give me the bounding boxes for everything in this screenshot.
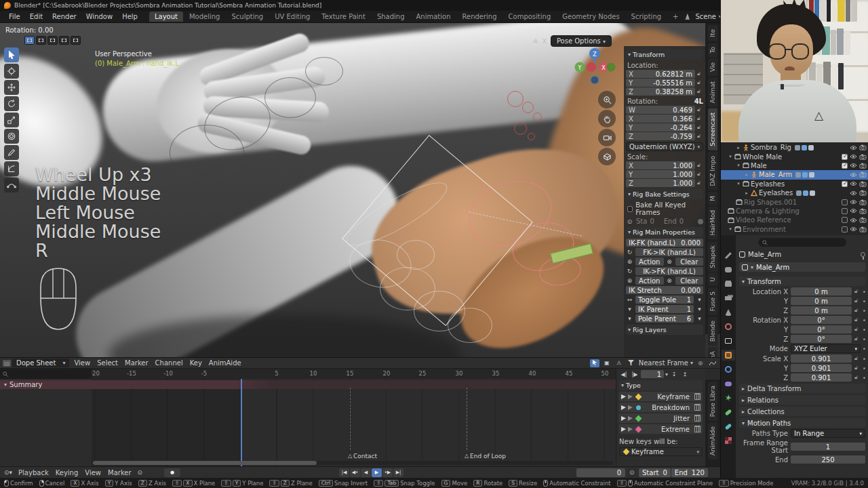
sidebar-tab[interactable]: Animat	[708, 77, 717, 107]
scale-row[interactable]: Y 0.901 🔓︎	[739, 364, 865, 372]
eye-icon[interactable]	[850, 218, 857, 223]
output-icon[interactable]	[722, 279, 735, 289]
object-icon[interactable]	[722, 350, 735, 361]
snap-mode-dropdown[interactable]: Nearest Frame▾	[639, 359, 693, 367]
constraints-icon[interactable]	[722, 378, 735, 389]
rig-layers-panel-header[interactable]: ▾Rig Layers	[626, 325, 703, 335]
properties-search-input[interactable]	[758, 238, 846, 247]
camera-icon[interactable]	[859, 190, 867, 196]
copy-keyframes-icon[interactable]: ↧	[669, 370, 679, 378]
eye-icon[interactable]	[850, 226, 857, 232]
animate-dot[interactable]	[863, 367, 865, 369]
action-button[interactable]: Action	[635, 277, 664, 285]
select-tool-icon[interactable]	[4, 47, 19, 62]
collection-checkbox[interactable]	[842, 154, 848, 160]
outliner-row[interactable]: Video Reference	[721, 216, 868, 224]
ik-parent-field[interactable]: IK Parent1	[635, 305, 694, 313]
lock-icon[interactable]: 🔓︎	[854, 336, 861, 342]
timeline-marker[interactable]: △Contact	[350, 388, 351, 450]
rig-bake-panel-header[interactable]: ▾Rig Bake Settings	[626, 189, 703, 199]
delete-icon[interactable]	[694, 415, 701, 422]
physics-icon[interactable]	[722, 364, 735, 375]
jump-next-keyframe-icon[interactable]: |▶	[630, 370, 639, 378]
transport-button[interactable]: ◀•	[350, 468, 360, 477]
eye-icon[interactable]	[850, 145, 857, 150]
lock-icon[interactable]: 🔓︎	[854, 355, 861, 362]
lock-icon[interactable]: 🔓︎	[854, 365, 861, 371]
rotation-mode-dropdown[interactable]: Quaternion (WXYZ)▾	[626, 142, 703, 151]
playhead[interactable]: 0	[241, 379, 242, 466]
lock-icon[interactable]: 🔓︎	[854, 317, 861, 323]
transport-button[interactable]: |◀	[339, 468, 349, 477]
curve-tool-icon[interactable]	[4, 178, 19, 192]
transport-button[interactable]: ◀	[361, 468, 371, 477]
deselect-flag-icon[interactable]	[628, 416, 633, 421]
deselect-flag-icon[interactable]	[628, 394, 633, 399]
timeline-menu[interactable]: Marker	[104, 469, 135, 476]
lock-icon[interactable]: 🔓︎	[697, 115, 703, 122]
sidebar-tab[interactable]: Fuse S	[708, 287, 717, 315]
dope-sheet-menu[interactable]: View	[71, 359, 94, 367]
sidebar-tab[interactable]: M	[708, 192, 717, 205]
outliner-row[interactable]: Rig Shapes.001	[721, 197, 868, 206]
dope-sheet-menu[interactable]: Key	[186, 359, 205, 367]
lock-icon[interactable]: 🔓︎	[697, 70, 703, 77]
frame-start-field[interactable]: Start0	[639, 468, 671, 477]
select-flag-icon[interactable]	[621, 427, 626, 432]
eye-icon[interactable]	[850, 172, 857, 178]
frame-range-start-row[interactable]: Frame Range Start 1	[739, 439, 865, 454]
measure-tool-icon[interactable]	[4, 161, 19, 176]
camera-icon[interactable]	[859, 144, 867, 150]
camera-icon[interactable]	[859, 199, 867, 205]
lock-icon[interactable]: 🔓︎	[697, 79, 703, 86]
current-frame-field[interactable]: 0	[576, 468, 625, 477]
pole-parent-field[interactable]: Pole Parent6	[635, 314, 694, 323]
dope-sheet-mode-dropdown[interactable]: Dope Sheet▾	[12, 359, 69, 367]
tool-icon[interactable]	[722, 250, 735, 261]
dope-sheet-tab[interactable]: AnimAide	[708, 422, 717, 460]
animate-dot[interactable]	[863, 377, 865, 379]
keyframe-type-row[interactable]: Jitter	[619, 413, 703, 423]
transform-row[interactable]: Z 0° 🔓︎	[739, 335, 865, 343]
pin-icon[interactable]	[861, 252, 865, 257]
auto-key-button[interactable]: ●	[164, 468, 180, 477]
warning-icon[interactable]: ⚠	[614, 359, 624, 367]
paste-keyframes-icon[interactable]: ↥	[680, 370, 690, 378]
collection-icon[interactable]	[722, 336, 735, 346]
object-name-field[interactable]: ▾ Male_Arm	[739, 262, 865, 272]
motion-paths-section-header[interactable]: ▾Motion Paths	[739, 418, 865, 428]
dope-sheet-body[interactable]: ▾Summary △Contact △End of Loop 0	[0, 379, 616, 466]
ik-to-fk-button[interactable]: IK->FK (hand.L)	[635, 267, 703, 275]
timeline-editor-icon[interactable]: ⊙▾	[4, 469, 12, 476]
menu-item[interactable]: File	[4, 12, 25, 22]
cursor-tool-icon[interactable]	[4, 64, 19, 79]
object-data-icon[interactable]	[722, 392, 735, 403]
sidebar-tab[interactable]: HairMod	[708, 206, 717, 239]
menu-item[interactable]: Render	[47, 12, 81, 22]
workspace-tab[interactable]: Modeling	[184, 12, 226, 22]
workspace-tab[interactable]: Rendering	[456, 12, 502, 22]
cursor-icon[interactable]	[590, 359, 599, 367]
timeline-menu[interactable]: View	[81, 469, 104, 476]
camera-icon[interactable]	[859, 226, 867, 232]
editor-type-icon[interactable]	[3, 360, 11, 367]
rotation-field[interactable]: W0.469 🔓︎	[626, 106, 703, 114]
outliner-row[interactable]: ▸ Eyelashes	[721, 188, 868, 197]
filter-icon[interactable]	[627, 359, 636, 367]
bone-constraints-icon[interactable]	[722, 421, 735, 432]
mirror-x-toggle[interactable]: X	[542, 38, 547, 45]
clear-button[interactable]: Clear	[675, 258, 704, 266]
select-mode-icon[interactable]	[36, 36, 46, 45]
summary-channel[interactable]: ▾Summary	[0, 380, 616, 389]
location-field[interactable]: X0.62812 m 🔓︎	[626, 70, 703, 78]
eye-icon[interactable]	[850, 208, 857, 214]
rotate-tool-icon[interactable]	[4, 96, 19, 111]
annotate-tool-icon[interactable]	[4, 145, 19, 160]
toggle-pole-field[interactable]: Toggle Pole1	[635, 296, 694, 304]
keyframe-type-row[interactable]: Extreme	[619, 424, 703, 434]
perspective-toggle-icon[interactable]	[598, 148, 616, 165]
type-panel-header[interactable]: ▾Type	[619, 380, 703, 390]
timeline-menu[interactable]: Keying	[52, 469, 82, 476]
deselect-flag-icon[interactable]	[628, 427, 633, 432]
horizontal-scrollbar[interactable]	[92, 461, 613, 465]
